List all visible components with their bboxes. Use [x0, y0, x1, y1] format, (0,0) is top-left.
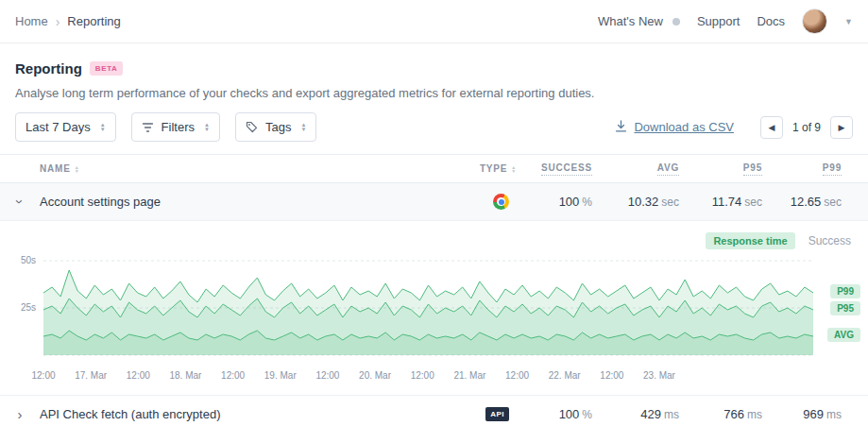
x-axis-label: 19. Mar	[264, 370, 297, 381]
page-header: Reporting BETA Analyse long term perform…	[0, 43, 868, 100]
y-axis-label: 25s	[6, 302, 36, 313]
page-title: Reporting	[15, 60, 82, 77]
sort-icon: ▲▼	[511, 165, 517, 173]
x-axis-label: 12:00	[411, 370, 434, 381]
breadcrumb-chevron-icon: ›	[56, 14, 60, 29]
x-axis-label: 12:00	[505, 370, 529, 381]
page-indicator: 1 of 9	[792, 121, 821, 134]
series-badge-p95: P95	[830, 301, 860, 315]
collapse-chevron-icon[interactable]: ›	[12, 199, 28, 204]
table-row[interactable]: › Account settings page 100% 10.32sec 11…	[0, 183, 868, 221]
avg-value: 429	[640, 407, 661, 421]
success-value: 100	[559, 407, 580, 421]
page-description: Analyse long term performance of your ch…	[15, 86, 853, 100]
column-header-p99[interactable]: P99	[779, 162, 868, 176]
table-row[interactable]: › API Check fetch (auth encrypted) API 1…	[0, 396, 868, 426]
nav-link-support[interactable]: Support	[697, 14, 740, 28]
breadcrumb-current[interactable]: Reporting	[67, 14, 120, 28]
p99-value: 969	[803, 407, 824, 421]
download-csv-link[interactable]: Download as CSV	[615, 120, 734, 135]
date-range-label: Last 7 Days	[26, 120, 91, 134]
notification-dot-icon	[672, 18, 680, 26]
filters-label: Filters	[162, 120, 195, 134]
x-axis-label: 17. Mar	[75, 370, 107, 381]
column-header-avg[interactable]: AVG	[609, 162, 696, 176]
breadcrumb: Home › Reporting	[15, 14, 121, 29]
check-name: API Check fetch (auth encrypted)	[40, 407, 458, 421]
y-axis-label: 50s	[6, 255, 36, 265]
top-nav: Home › Reporting What's New Support Docs…	[0, 0, 868, 43]
p95-value: 766	[723, 407, 744, 421]
series-badge-p99: P99	[830, 284, 860, 298]
date-range-select[interactable]: Last 7 Days ▲▼	[15, 112, 116, 142]
beta-badge: BETA	[90, 61, 124, 76]
legend-response-time[interactable]: Response time	[706, 232, 794, 249]
nav-link-whats-new[interactable]: What's New	[598, 14, 663, 28]
column-header-type[interactable]: TYPE ▲▼	[458, 163, 534, 174]
x-axis-label: 12:00	[127, 370, 150, 381]
chart-plot-area: P99P95AVG 50s25s	[0, 253, 868, 366]
tag-icon	[246, 121, 258, 133]
series-badge-avg: AVG	[827, 328, 860, 342]
chart-svg	[43, 255, 813, 366]
x-axis-label: 12:00	[31, 370, 55, 381]
response-time-chart: Response time Success P99P95AVG 50s25s 1…	[0, 221, 868, 396]
expand-chevron-icon[interactable]: ›	[18, 406, 23, 422]
download-csv-label: Download as CSV	[634, 120, 734, 134]
chart-x-axis: 12:0017. Mar12:0018. Mar12:0019. Mar12:0…	[43, 368, 813, 387]
x-axis-label: 23. Mar	[643, 370, 675, 381]
avatar[interactable]	[802, 9, 827, 34]
x-axis-label: 12:00	[221, 370, 245, 381]
nav-link-docs[interactable]: Docs	[757, 14, 785, 28]
tags-select[interactable]: Tags ▲▼	[235, 112, 316, 142]
p95-value: 11.74	[712, 195, 742, 209]
column-header-p95[interactable]: P95	[696, 162, 779, 176]
x-axis-label: 21. Mar	[453, 370, 485, 381]
nav-right: What's New Support Docs ▼	[598, 9, 853, 34]
x-axis-label: 12:00	[600, 370, 623, 381]
updown-caret-icon: ▲▼	[100, 123, 106, 132]
x-axis-label: 20. Mar	[359, 370, 391, 381]
download-icon	[615, 120, 627, 135]
browser-check-icon	[493, 194, 509, 210]
avg-value: 10.32	[628, 195, 659, 209]
success-value: 100	[559, 195, 580, 209]
column-header-success[interactable]: SUCCESS	[534, 162, 609, 176]
x-axis-label: 18. Mar	[170, 370, 202, 381]
next-page-button[interactable]: ▶	[830, 116, 853, 139]
chevron-down-icon[interactable]: ▼	[844, 17, 853, 26]
breadcrumb-home[interactable]: Home	[15, 14, 48, 28]
pagination: ◀ 1 of 9 ▶	[760, 116, 853, 139]
prev-page-button[interactable]: ◀	[760, 116, 783, 139]
updown-caret-icon: ▲▼	[204, 123, 210, 132]
filters-select[interactable]: Filters ▲▼	[131, 112, 220, 142]
sort-icon: ▲▼	[75, 165, 80, 173]
tags-label: Tags	[265, 120, 291, 134]
filter-icon	[142, 122, 154, 133]
series-badge-column: P99P95AVG	[821, 255, 860, 366]
updown-caret-icon: ▲▼	[300, 123, 306, 132]
p99-value: 12.65	[791, 195, 822, 209]
column-header-name[interactable]: NAME ▲▼	[40, 163, 458, 174]
legend-success[interactable]: Success	[808, 234, 851, 247]
api-check-badge: API	[485, 407, 509, 421]
toolbar: Last 7 Days ▲▼ Filters ▲▼ Tags ▲▼ Downlo…	[0, 100, 868, 154]
table-header: NAME ▲▼ TYPE ▲▼ SUCCESS AVG P95 P99	[0, 154, 868, 183]
x-axis-label: 12:00	[315, 370, 339, 381]
check-name: Account settings page	[40, 195, 458, 209]
x-axis-label: 22. Mar	[549, 370, 581, 381]
